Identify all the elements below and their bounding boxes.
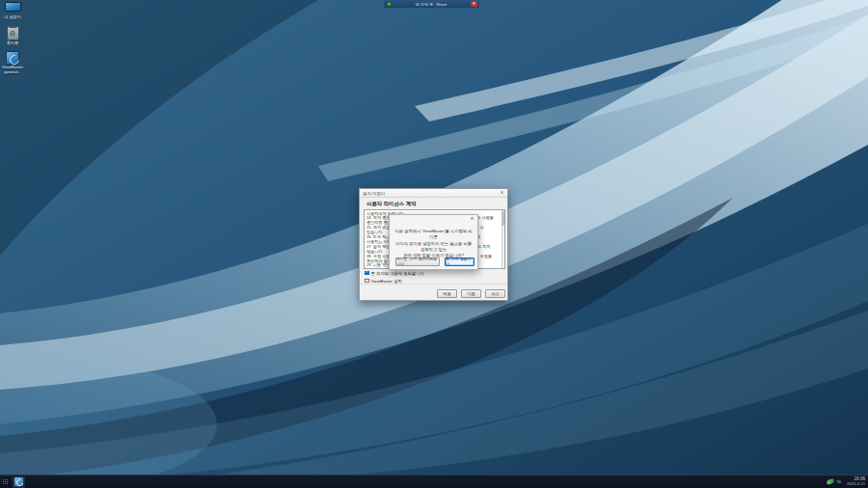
checkbox-checked-icon[interactable]: ✓ (365, 271, 369, 276)
desktop-icon-viewmaster[interactable]: ViewMaster general... (0, 51, 25, 75)
capture-toolbar: 창 선택 후: Shoot ✕ (384, 0, 479, 8)
wizard-title: 설치 마법사 (360, 191, 385, 196)
desktop-icon-label: 내 컴퓨터 (0, 15, 25, 20)
close-icon: ✕ (473, 2, 476, 7)
computer-icon (5, 2, 21, 14)
check-icon: ✓ (366, 271, 368, 275)
checkbox-unchecked-icon[interactable] (365, 279, 369, 284)
viewmaster-app-icon (6, 51, 19, 65)
option-checkbox-label: ViewMaster 설치 (371, 279, 402, 284)
desktop-icon-trash[interactable]: ♻ 휴지통 (0, 26, 25, 46)
close-icon: ✕ (471, 217, 475, 222)
wizard-separator (360, 284, 507, 285)
license-heading: 사용자 라이선스 계약 (366, 201, 417, 207)
recycle-icon: ♻ (10, 30, 15, 37)
next-button[interactable]: 다음 (461, 289, 481, 298)
desktop-icon-my-computer[interactable]: 내 컴퓨터 (0, 2, 25, 20)
close-icon: ✕ (501, 191, 504, 196)
desktop-icon-label: ViewMaster general... (0, 66, 25, 75)
desktop: 내 컴퓨터 ♻ 휴지통 ViewMaster general... 창 선택 후… (0, 0, 868, 488)
confirm-yes-button[interactable]: 네, 이의 없습니다 (445, 258, 475, 266)
confirm-no-button[interactable]: 아니요, 다시 확인하겠습니다 (395, 258, 440, 266)
capture-label: 창 선택 후: Shoot (392, 2, 471, 7)
confirm-dialog: ✕ 이번 설치에서 'ViewMaster'를 시스템의 비기본 이미지 뷰어로… (389, 214, 478, 270)
agree-checkbox-label: 본 계약의 내용에 동의합니다 (371, 271, 424, 276)
app-menu-button[interactable] (0, 475, 11, 488)
confirm-close-button[interactable]: ✕ (469, 217, 475, 223)
desktop-icon-label: 휴지통 (0, 41, 25, 46)
capture-close-button[interactable]: ✕ (471, 1, 477, 8)
grid-menu-icon (3, 479, 9, 485)
license-scrollbar-thumb[interactable] (502, 211, 503, 226)
agree-checkbox-row[interactable]: ✓ 본 계약의 내용에 동의합니다 (365, 271, 424, 276)
clock-date: 2026-3-21 (847, 482, 865, 487)
trash-icon: ♻ (7, 26, 19, 41)
wizard-close-button[interactable]: ✕ (499, 191, 505, 197)
tray-ime-indicator[interactable]: 76 (827, 479, 841, 484)
option-checkbox-row[interactable]: ViewMaster 설치 (365, 279, 402, 284)
taskbar-window-button[interactable] (13, 476, 25, 488)
confirm-message: 이번 설치에서 'ViewMaster'를 시스템의 비기본 이미지 뷰어로 설… (393, 229, 474, 258)
cancel-button[interactable]: 취소 (485, 289, 505, 298)
back-button[interactable]: 뒤로 (437, 289, 457, 298)
license-scrollbar-track[interactable] (502, 210, 504, 268)
tray-badge: 76 (836, 479, 841, 484)
leaf-icon (826, 478, 834, 485)
viewmaster-window-icon (14, 477, 23, 486)
wizard-titlebar[interactable]: 설치 마법사 (360, 189, 507, 198)
taskbar-clock[interactable]: 16:06 2026-3-21 (847, 476, 865, 486)
taskbar: 76 16:06 2026-3-21 (0, 474, 868, 488)
